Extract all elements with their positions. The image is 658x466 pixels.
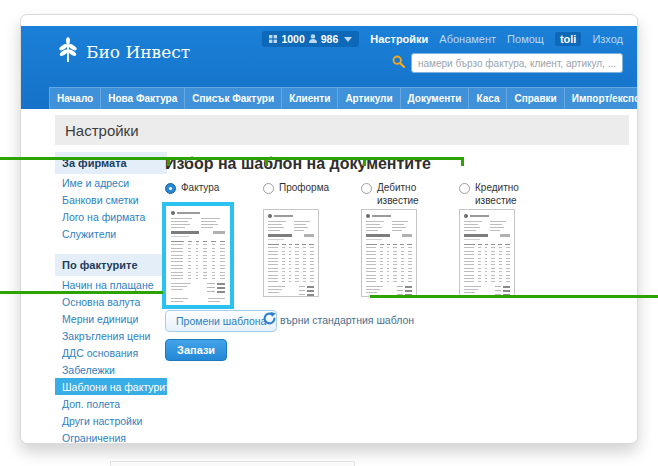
nav-tab[interactable]: Нова Фактура <box>100 87 185 109</box>
template-option-label: Проформа <box>279 182 329 195</box>
brand-name: Био Инвест <box>86 42 190 62</box>
template-thumbnail[interactable] <box>459 209 515 297</box>
reset-template-link[interactable]: върни стандартния шаблон <box>263 312 414 327</box>
annotation-tick <box>265 157 268 166</box>
main-panel: Избор на шаблон на документите ФактураПр… <box>165 145 633 435</box>
radio-icon[interactable] <box>263 183 274 194</box>
nav-tab[interactable]: Каса <box>468 87 507 109</box>
annotation-tick <box>363 157 366 166</box>
save-button[interactable]: Запази <box>165 339 227 361</box>
template-option-label: Дебитно известие <box>377 182 453 207</box>
sidebar-item[interactable]: Доп. полета <box>55 395 167 412</box>
client-count: 986 <box>321 33 339 45</box>
app-header: Био Инвест 1000 986 <box>21 26 637 109</box>
header-right-stack: 1000 986 Настройки Абонамент Помощ toli … <box>262 31 623 73</box>
settings-sidebar: За фирматаИме и адресиБанкови сметкиЛого… <box>55 152 167 444</box>
annotation-line-change-button <box>0 291 163 294</box>
top-link-logout[interactable]: Изход <box>592 33 623 45</box>
radio-selected-icon[interactable] <box>165 183 176 194</box>
sidebar-item[interactable]: Лого на фирмата <box>55 208 167 225</box>
sidebar-item[interactable]: Банкови сметки <box>55 191 167 208</box>
sidebar-item[interactable]: Забележки <box>55 361 167 378</box>
invoice-preview <box>264 210 318 296</box>
sidebar-item[interactable]: ДДС основания <box>55 344 167 361</box>
annotation-tick <box>167 157 170 166</box>
template-option[interactable]: Фактура <box>165 182 257 195</box>
nav-tab[interactable]: Клиенти <box>281 87 338 109</box>
usage-counter[interactable]: 1000 986 <box>262 31 359 47</box>
wheat-icon <box>57 37 79 67</box>
username-badge[interactable]: toli <box>555 32 582 46</box>
sidebar-item[interactable]: Мерни единици <box>55 310 167 327</box>
top-link-settings[interactable]: Настройки <box>370 33 428 45</box>
app-window: Био Инвест 1000 986 <box>20 14 638 444</box>
sidebar-item[interactable]: Закръгления цени <box>55 327 167 344</box>
annotation-tick <box>461 157 464 166</box>
sidebar-section-header: По фактурите <box>55 254 167 276</box>
template-option[interactable]: Дебитно известие <box>361 182 453 207</box>
template-thumbnail[interactable] <box>361 209 417 297</box>
nav-tab[interactable]: Импорт/експорт <box>564 87 638 109</box>
nav-tab[interactable]: Справки <box>506 87 564 109</box>
sidebar-item[interactable]: Име и адреси <box>55 174 167 191</box>
sidebar-item[interactable]: Ограничения <box>55 429 167 444</box>
sidebar-section-header: За фирмата <box>55 152 167 174</box>
screenshot-canvas: Био Инвест 1000 986 <box>0 0 658 466</box>
search-icon <box>392 54 405 72</box>
nav-tab[interactable]: Начало <box>49 87 101 109</box>
brand-logo[interactable]: Био Инвест <box>57 37 190 67</box>
template-option[interactable]: Проформа <box>263 182 355 195</box>
template-option-label: Фактура <box>181 182 219 195</box>
nav-tab[interactable]: Артикули <box>337 87 400 109</box>
doc-count: 1000 <box>281 33 304 45</box>
top-link-subscription[interactable]: Абонамент <box>439 33 496 45</box>
header-top-row: Био Инвест 1000 986 <box>21 26 637 75</box>
template-thumbnail[interactable] <box>162 202 234 309</box>
sidebar-item[interactable]: Шаблони на фактурите <box>55 378 167 395</box>
top-link-help[interactable]: Помощ <box>507 33 544 45</box>
invoice-preview <box>362 210 416 296</box>
annotation-line-reset-link <box>370 295 658 298</box>
sidebar-item[interactable]: Служители <box>55 225 167 242</box>
template-thumbnail[interactable] <box>263 209 319 297</box>
clients-icon <box>309 33 317 45</box>
nav-tab[interactable]: Списък Фактури <box>184 87 282 109</box>
chevron-down-icon <box>344 37 352 42</box>
radio-icon[interactable] <box>361 183 372 194</box>
nav-tab[interactable]: Документи <box>400 87 470 109</box>
refresh-icon <box>263 312 276 327</box>
sidebar-item[interactable]: Основна валута <box>55 293 167 310</box>
main-nav: НачалоНова ФактураСписък ФактуриКлиентиА… <box>21 75 637 109</box>
nav-tabs: НачалоНова ФактураСписък ФактуриКлиентиА… <box>49 87 638 109</box>
invoice-preview <box>167 207 229 304</box>
partial-element-below <box>110 461 355 466</box>
search-row <box>392 53 623 73</box>
top-links: 1000 986 Настройки Абонамент Помощ toli … <box>262 31 623 47</box>
reset-link-label: върни стандартния шаблон <box>280 314 414 326</box>
sidebar-item[interactable]: Други настройки <box>55 412 167 429</box>
radio-icon[interactable] <box>459 183 470 194</box>
annotation-line-options <box>0 157 464 160</box>
page-title: Настройки <box>55 115 629 145</box>
invoice-preview <box>460 210 514 296</box>
documents-icon <box>269 33 277 45</box>
change-template-button[interactable]: Промени шаблона <box>165 310 277 332</box>
template-option-label: Кредитно известие <box>475 182 551 207</box>
template-option[interactable]: Кредитно известие <box>459 182 551 207</box>
search-input[interactable] <box>411 53 623 73</box>
